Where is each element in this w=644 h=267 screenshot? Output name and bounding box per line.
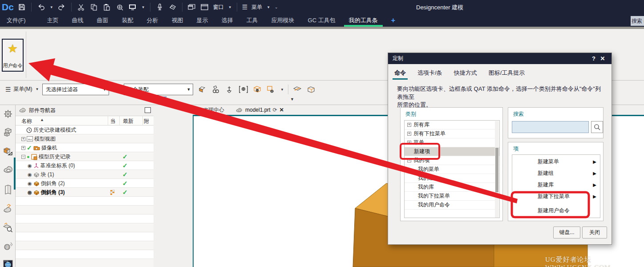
panel-restore-icon[interactable] — [145, 107, 151, 113]
tab-application[interactable]: 应用模块 — [265, 14, 301, 27]
select-solid-icon[interactable] — [252, 85, 262, 94]
category-menu[interactable]: +菜单 — [405, 138, 499, 147]
command-search-input[interactable]: 搜索 ( — [631, 16, 644, 26]
tab-gc-toolkit[interactable]: GC 工具包 — [301, 14, 342, 27]
category-my-items[interactable]: −我的项 — [405, 156, 499, 165]
menu-toggle-label[interactable]: 菜单 — [251, 4, 262, 11]
category-all-libraries[interactable]: +所有库 — [405, 121, 499, 129]
qat-collapse-caret[interactable]: ⌄ — [275, 5, 278, 9]
gear-icon[interactable] — [2, 108, 14, 120]
find-part-icon[interactable] — [2, 222, 14, 234]
mic-icon[interactable] — [155, 3, 164, 12]
tree-row-datum-csys[interactable]: ◉ 基准坐标系 (0) ✓ — [16, 161, 154, 170]
dialog-tab-commands[interactable]: 命令 — [394, 69, 406, 80]
tree-row-history-mode[interactable]: 历史记录建模模式 — [16, 125, 154, 134]
sort-ascending-icon[interactable]: ▲ — [40, 117, 44, 122]
web-browser-icon[interactable] — [2, 258, 14, 267]
tab-my-toolbar[interactable]: 我的工具条 — [342, 14, 385, 27]
close-tab-icon[interactable]: ✕ — [279, 107, 284, 113]
select-region-icon[interactable] — [266, 85, 276, 94]
add-tab-button[interactable]: + — [385, 14, 402, 27]
copy-icon[interactable] — [89, 3, 98, 12]
menu-hamburger-icon[interactable]: ☰ — [242, 4, 248, 11]
display-icon[interactable] — [128, 3, 137, 12]
hide-face-icon[interactable] — [292, 85, 302, 94]
column-name[interactable]: 名称 — [21, 117, 32, 125]
tree-row-chamfer-2[interactable]: ◉ 倒斜角 (2) ✓ — [16, 179, 154, 188]
tab-selection[interactable]: 选择 — [215, 14, 240, 27]
collapse-icon[interactable]: − — [21, 155, 25, 159]
eye-icon[interactable]: ◉ — [28, 190, 32, 195]
region-dropdown-caret[interactable]: ▼ — [280, 88, 284, 92]
tree-row-model-views[interactable]: + 模型视图 — [16, 134, 154, 143]
menu-button[interactable]: ☰ 菜单(M) ▼ — [5, 85, 39, 93]
tree-row-cameras[interactable]: + ✓ 摄像机 — [16, 143, 154, 152]
cascade-windows-icon[interactable] — [187, 3, 196, 12]
window-dropdown-caret[interactable]: ▼ — [228, 5, 232, 9]
tab-assemblies[interactable]: 装配 — [115, 14, 140, 27]
tab-render[interactable]: 显示 — [190, 14, 215, 27]
collapse-icon[interactable]: − — [407, 158, 411, 162]
keyboard-button[interactable]: 键盘... — [553, 227, 580, 239]
snap-point-icon[interactable] — [197, 85, 207, 94]
user-command-button[interactable]: ★ 用户命令 — [2, 39, 24, 72]
item-new-group[interactable]: 新建组▶ — [512, 167, 601, 179]
tab-analysis[interactable]: 分析 — [140, 14, 165, 27]
eye-icon[interactable]: ◉ — [28, 163, 32, 169]
category-all-dropdown-menus[interactable]: +所有下拉菜单 — [405, 129, 499, 138]
tab-view[interactable]: 视图 — [165, 14, 190, 27]
tab-discovery-center[interactable]: 发现中心 — [194, 106, 224, 114]
close-icon[interactable]: ✕ — [598, 55, 607, 62]
item-new-library[interactable]: 新建库▶ — [512, 179, 601, 190]
tree-row-chamfer-3[interactable]: ◉ 倒斜角 (3) ✓ — [16, 188, 154, 197]
menu-dropdown-caret[interactable]: ▼ — [267, 5, 270, 9]
expand-icon[interactable]: + — [407, 132, 411, 136]
dialog-tab-shortcuts[interactable]: 快捷方式 — [454, 69, 477, 80]
measure-part-icon[interactable] — [2, 203, 14, 215]
save-icon[interactable] — [17, 3, 26, 12]
category-my-user-command[interactable]: 我的用户命令 — [405, 201, 499, 210]
select-in-group-icon[interactable] — [239, 85, 248, 94]
tab-home[interactable]: 主页 — [41, 14, 65, 27]
close-button[interactable]: 关闭 — [582, 227, 607, 239]
help-icon[interactable]: ? — [589, 55, 598, 62]
expand-icon[interactable]: + — [407, 141, 411, 145]
window-icon[interactable] — [200, 3, 209, 12]
categories-list[interactable]: +所有库 +所有下拉菜单 +菜单 新建项 −我的项 我的菜单 我的组 我的库 我… — [404, 120, 500, 218]
expand-icon[interactable]: + — [21, 146, 25, 150]
item-new-menu[interactable]: 新建菜单▶ — [512, 156, 601, 167]
undo-icon[interactable] — [36, 3, 45, 12]
selection-bar-more-caret[interactable]: ▼ — [290, 97, 294, 101]
scrollbar[interactable] — [495, 121, 499, 218]
category-new-item[interactable]: 新建项 — [405, 147, 499, 156]
touch-icon[interactable] — [168, 3, 177, 12]
item-new-user-command[interactable]: 新建用户命令 — [512, 205, 601, 216]
tree-row-block[interactable]: ◉ 块 (1) ✓ — [16, 170, 154, 179]
category-my-group[interactable]: 我的组 — [405, 174, 499, 183]
paste-icon[interactable] — [102, 3, 111, 12]
cut-icon[interactable] — [77, 3, 85, 12]
category-my-menu[interactable]: 我的菜单 — [405, 165, 499, 174]
move-icon[interactable] — [115, 3, 124, 12]
scrollbar-thumb[interactable] — [495, 148, 498, 192]
item-new-dropdown-menu[interactable]: 新建下拉菜单▶ — [512, 190, 601, 202]
show-face-icon[interactable] — [306, 85, 316, 94]
constraint-navigator-icon[interactable] — [2, 145, 14, 157]
redo-icon[interactable] — [57, 3, 66, 12]
display-dropdown-caret[interactable]: ▼ — [142, 5, 145, 9]
tab-tools[interactable]: 工具 — [240, 14, 265, 27]
part-navigator-icon[interactable] — [2, 164, 14, 176]
column-latest[interactable]: 最新 — [123, 117, 134, 125]
tab-file[interactable]: 文件(F) — [0, 14, 32, 27]
tab-model1-prt[interactable]: model1.prt ⟳ ✕ — [236, 107, 284, 113]
info-icon[interactable]: i — [2, 240, 14, 252]
tab-surface[interactable]: 曲面 — [90, 14, 115, 27]
undo-dropdown-caret[interactable]: ▼ — [50, 5, 53, 9]
search-input[interactable] — [512, 121, 589, 133]
part-navigator-column-header[interactable]: 名称 ▲ 当 最新 附注 — [16, 116, 154, 125]
eye-icon[interactable]: ◉ — [28, 181, 32, 186]
reload-icon[interactable]: ⟳ — [273, 107, 277, 113]
selection-scope-combo[interactable]: 整个装配 ▼ — [124, 84, 193, 95]
category-my-dropdown-menu[interactable]: 我的下拉菜单 — [405, 192, 499, 201]
selection-filter-combo[interactable]: 无选择过滤器 ▼ — [42, 84, 109, 95]
